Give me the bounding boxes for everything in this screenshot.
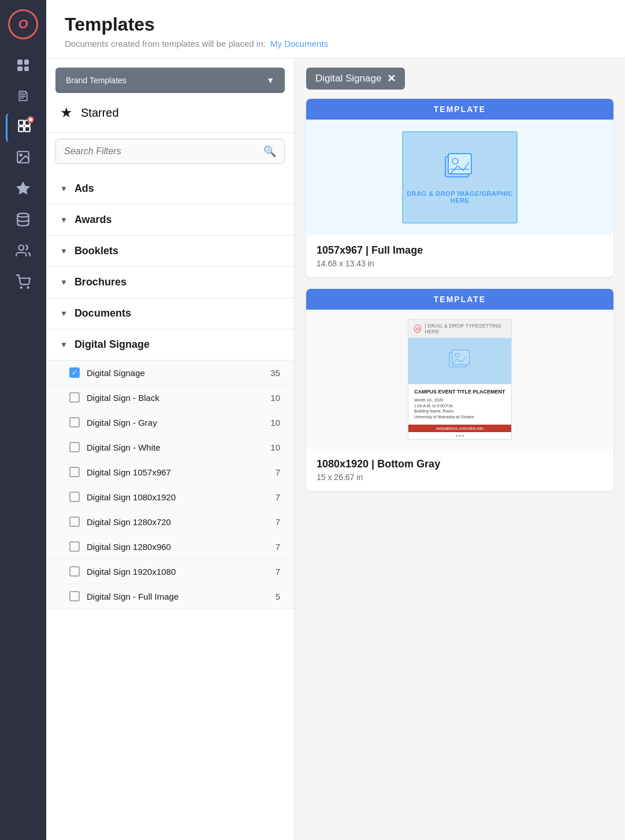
sub-item-digital-sign-full-image[interactable]: Digital Sign - Full Image 5 bbox=[46, 584, 294, 609]
svg-point-11 bbox=[28, 287, 29, 288]
page-header: Templates Documents created from templat… bbox=[46, 0, 625, 58]
sub-item-count: 7 bbox=[276, 542, 280, 552]
preview-time: 1:00 A.M. to 5:00 P.M. bbox=[414, 403, 505, 409]
checkbox-1080x1920[interactable] bbox=[69, 492, 80, 502]
preview-header-bar: O | DRAG & DROP TYPESETTING HERE bbox=[408, 319, 511, 338]
app-logo[interactable]: O bbox=[8, 9, 38, 39]
sidebar-item-cart[interactable] bbox=[6, 269, 40, 298]
category-label: Awards bbox=[75, 214, 112, 226]
category-label: Booklets bbox=[75, 245, 118, 257]
sub-item-digital-sign-black[interactable]: Digital Sign - Black 10 bbox=[46, 385, 294, 410]
checkbox-digital-sign-white[interactable] bbox=[69, 442, 80, 452]
checkbox-1057x967[interactable] bbox=[69, 467, 80, 477]
sub-item-digital-sign-1080x1920[interactable]: Digital Sign 1080x1920 7 bbox=[46, 485, 294, 510]
sub-item-count: 7 bbox=[276, 567, 280, 577]
sub-item-label: Digital Sign 1057x967 bbox=[87, 467, 269, 477]
checkbox-digital-sign-gray[interactable] bbox=[69, 417, 80, 428]
content-area: Brand Templates ▼ ★ Starred 🔍 ▼ Ads bbox=[46, 58, 625, 840]
star-icon bbox=[16, 181, 31, 199]
starred-section[interactable]: ★ Starred bbox=[46, 93, 294, 133]
sidebar-item-document[interactable]: 🖹 bbox=[6, 82, 40, 111]
preview-location: Building Name, RoomUniversity of Nebrask… bbox=[414, 408, 505, 420]
checkbox-digital-sign-black[interactable] bbox=[69, 392, 80, 403]
chevron-icon: ▼ bbox=[60, 247, 68, 255]
sub-item-label: Digital Sign - Gray bbox=[87, 418, 263, 428]
template-dims: 15 x 26.67 in bbox=[317, 473, 603, 482]
search-input[interactable] bbox=[64, 146, 263, 157]
document-icon: 🖹 bbox=[16, 88, 30, 105]
svg-point-6 bbox=[20, 154, 22, 156]
preview-logo: O bbox=[414, 325, 421, 333]
svg-point-8 bbox=[17, 213, 29, 217]
sidebar-item-database[interactable] bbox=[6, 207, 40, 236]
category-awards[interactable]: ▼ Awards bbox=[46, 205, 294, 236]
sub-item-digital-signage[interactable]: ✓ Digital Signage 35 bbox=[46, 360, 294, 385]
checkbox-1920x1080[interactable] bbox=[69, 566, 80, 577]
template-card-preview: DRAG & DROP IMAGE/GRAPHIC HERE bbox=[306, 120, 613, 235]
category-brochures[interactable]: ▼ Brochures bbox=[46, 267, 294, 298]
checkbox-digital-signage[interactable]: ✓ bbox=[69, 367, 80, 378]
sub-item-digital-sign-1920x1080[interactable]: Digital Sign 1920x1080 7 bbox=[46, 559, 294, 584]
sub-item-count: 10 bbox=[270, 418, 280, 428]
category-label: Ads bbox=[75, 183, 94, 195]
brand-templates-dropdown[interactable]: Brand Templates ▼ bbox=[55, 68, 285, 93]
sidebar-item-image[interactable] bbox=[6, 144, 40, 173]
checkbox-full-image[interactable] bbox=[69, 591, 80, 601]
checkbox-1280x960[interactable] bbox=[69, 541, 80, 552]
database-icon bbox=[16, 212, 31, 231]
template-card-info-2: 1080x1920 | Bottom Gray 15 x 26.67 in bbox=[306, 449, 613, 491]
template-card-preview-2: O | DRAG & DROP TYPESETTING HERE bbox=[306, 310, 613, 449]
sub-item-label: Digital Sign 1920x1080 bbox=[87, 567, 269, 577]
category-booklets[interactable]: ▼ Booklets bbox=[46, 236, 294, 267]
svg-point-4 bbox=[29, 118, 32, 121]
chevron-icon: ▼ bbox=[60, 309, 68, 318]
search-bar: 🔍 bbox=[55, 139, 285, 164]
image-icon bbox=[16, 150, 31, 168]
sub-item-label: Digital Sign - Full Image bbox=[87, 592, 269, 601]
sub-item-digital-sign-1280x720[interactable]: Digital Sign 1280x720 7 bbox=[46, 510, 294, 534]
preview-footer: ■ ■ ■ bbox=[408, 432, 511, 439]
my-documents-link[interactable]: My Documents bbox=[270, 39, 328, 49]
template-card-2[interactable]: TEMPLATE O | DRAG & DROP TYPESETTING HER… bbox=[306, 289, 613, 491]
templates-icon bbox=[17, 118, 32, 137]
sub-item-digital-sign-gray[interactable]: Digital Sign - Gray 10 bbox=[46, 410, 294, 435]
template-card-info: 1057x967 | Full Image 14.68 x 13.43 in bbox=[306, 235, 613, 277]
svg-rect-17 bbox=[452, 350, 470, 365]
sub-item-count: 10 bbox=[270, 443, 280, 452]
chevron-icon: ▼ bbox=[60, 278, 68, 287]
filter-tag-close[interactable]: ✕ bbox=[387, 72, 396, 85]
svg-point-9 bbox=[18, 245, 24, 250]
star-icon: ★ bbox=[60, 105, 73, 121]
preview-graphic-icon bbox=[442, 151, 477, 185]
checkbox-1280x720[interactable] bbox=[69, 516, 80, 527]
sub-item-digital-sign-white[interactable]: Digital Sign - White 10 bbox=[46, 435, 294, 460]
template-preview-image: DRAG & DROP IMAGE/GRAPHIC HERE bbox=[402, 131, 518, 224]
sub-item-label: Digital Sign - White bbox=[87, 443, 263, 452]
main-content: Templates Documents created from templat… bbox=[46, 0, 625, 840]
sidebar-item-templates[interactable] bbox=[6, 113, 40, 142]
sub-item-label: Digital Sign - Black bbox=[87, 393, 263, 403]
sub-item-count: 7 bbox=[276, 517, 280, 527]
preview-text-area: CAMPUS EVENT TITLE PLACEMENT Month XX, 2… bbox=[408, 384, 511, 425]
category-documents[interactable]: ▼ Documents bbox=[46, 298, 294, 329]
category-digital-signage[interactable]: ▼ Digital Signage bbox=[46, 329, 294, 360]
chevron-icon: ▼ bbox=[60, 184, 68, 193]
preview-campus-title: CAMPUS EVENT TITLE PLACEMENT bbox=[414, 389, 505, 395]
sidebar-item-users[interactable] bbox=[6, 238, 40, 267]
sub-item-label: Digital Sign 1080x1920 bbox=[87, 492, 269, 502]
category-list: ▼ Ads ▼ Awards ▼ Booklets ▼ Brochures bbox=[46, 173, 294, 840]
sub-item-digital-sign-1057x967[interactable]: Digital Sign 1057x967 7 bbox=[46, 460, 294, 485]
category-ads[interactable]: ▼ Ads bbox=[46, 173, 294, 205]
sidebar-item-grid[interactable] bbox=[6, 51, 40, 80]
filter-tag[interactable]: Digital Signage ✕ bbox=[306, 68, 405, 90]
sub-item-digital-sign-1280x960[interactable]: Digital Sign 1280x960 7 bbox=[46, 534, 294, 559]
template-card-1[interactable]: TEMPLATE DRAG & DROP IMAGE/GRAPHIC HERE bbox=[306, 99, 613, 277]
preview-image-icon bbox=[445, 347, 474, 376]
users-icon bbox=[16, 243, 31, 262]
left-panel: Brand Templates ▼ ★ Starred 🔍 ▼ Ads bbox=[46, 58, 295, 840]
starred-label: Starred bbox=[81, 106, 119, 120]
template-preview-detail: O | DRAG & DROP TYPESETTING HERE bbox=[408, 319, 512, 440]
sub-item-count: 7 bbox=[276, 492, 280, 502]
sidebar-item-starred[interactable] bbox=[6, 176, 40, 205]
template-title: 1057x967 | Full Image bbox=[317, 244, 603, 257]
